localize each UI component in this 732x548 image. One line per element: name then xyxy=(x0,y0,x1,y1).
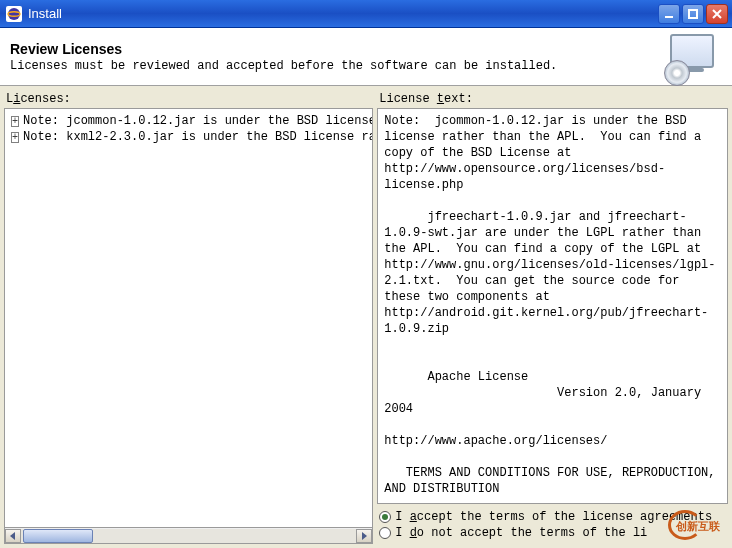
window-title: Install xyxy=(28,6,62,21)
licenses-label: Licenses: xyxy=(6,92,373,106)
radio-icon xyxy=(379,511,391,523)
install-graphic xyxy=(670,34,722,80)
licenses-pane: Licenses: + Note: jcommon-1.0.12.jar is … xyxy=(4,90,373,544)
svg-rect-2 xyxy=(665,16,673,18)
decline-radio-label: I do not accept the terms of the li xyxy=(395,526,647,540)
window-controls xyxy=(658,4,732,24)
scroll-right-button[interactable] xyxy=(356,529,372,543)
tree-row[interactable]: + Note: jcommon-1.0.12.jar is under the … xyxy=(7,113,370,129)
tree-label: Note: kxml2-2.3.0.jar is under the BSD l… xyxy=(23,129,373,145)
tree-row[interactable]: + Note: kxml2-2.3.0.jar is under the BSD… xyxy=(7,129,370,145)
licenses-tree[interactable]: + Note: jcommon-1.0.12.jar is under the … xyxy=(4,108,373,528)
tree-hscrollbar[interactable] xyxy=(4,528,373,544)
license-text-pane: License text: Note: jcommon-1.0.12.jar i… xyxy=(377,90,728,544)
radio-icon xyxy=(379,527,391,539)
page-subtitle: Licenses must be reviewed and accepted b… xyxy=(10,59,670,73)
wizard-header: Review Licenses Licenses must be reviewe… xyxy=(0,28,732,86)
expand-icon[interactable]: + xyxy=(11,116,19,127)
maximize-button[interactable] xyxy=(682,4,704,24)
decline-radio[interactable]: I do not accept the terms of the li xyxy=(379,526,726,540)
scroll-left-button[interactable] xyxy=(5,529,21,543)
expand-icon[interactable]: + xyxy=(11,132,19,143)
window-titlebar: Install xyxy=(0,0,732,28)
content-area: Licenses: + Note: jcommon-1.0.12.jar is … xyxy=(0,86,732,548)
svg-rect-3 xyxy=(689,10,697,18)
accept-radio-label: I accept the terms of the license agreem… xyxy=(395,510,712,524)
license-text-area[interactable]: Note: jcommon-1.0.12.jar is under the BS… xyxy=(377,108,728,504)
scroll-thumb[interactable] xyxy=(23,529,93,543)
scroll-track[interactable] xyxy=(21,529,356,543)
accept-radio-group: I accept the terms of the license agreem… xyxy=(377,504,728,544)
accept-radio[interactable]: I accept the terms of the license agreem… xyxy=(379,510,726,524)
page-title: Review Licenses xyxy=(10,41,670,57)
eclipse-icon xyxy=(6,6,22,22)
close-button[interactable] xyxy=(706,4,728,24)
license-text-label: License text: xyxy=(379,92,728,106)
tree-label: Note: jcommon-1.0.12.jar is under the BS… xyxy=(23,113,373,129)
minimize-button[interactable] xyxy=(658,4,680,24)
svg-point-0 xyxy=(8,8,20,20)
